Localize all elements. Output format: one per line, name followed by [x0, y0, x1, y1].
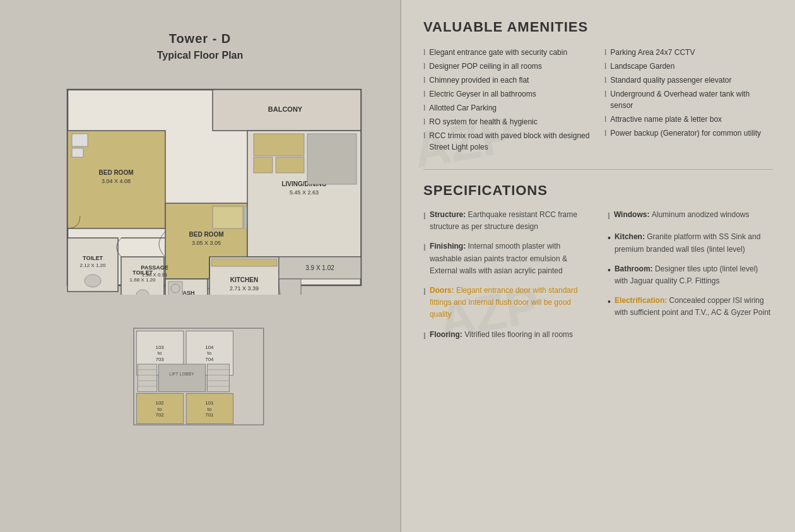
svg-rect-7 [72, 148, 83, 157]
amenity-item: Elegant entrance gate with security cabi… [423, 45, 592, 59]
svg-rect-46 [279, 279, 301, 295]
spec-kitchen: Kitchen: Granite platform with SS Sink a… [608, 231, 773, 255]
svg-text:5.45 X 2.63: 5.45 X 2.63 [290, 189, 319, 196]
spec-bullet [608, 295, 611, 309]
section-divider [423, 169, 773, 170]
svg-text:3.9 X 1.02: 3.9 X 1.02 [305, 264, 334, 271]
amenity-item: Parking Area 24x7 CCTV [604, 45, 773, 59]
svg-rect-27 [211, 259, 277, 266]
svg-rect-66 [207, 364, 229, 392]
svg-rect-11 [213, 206, 243, 228]
spec-label: Kitchen: [615, 232, 647, 241]
spec-label: Doors: [430, 286, 456, 295]
right-panel: AZP AZP VALUABLE AMENITIES Elegant entra… [401, 0, 795, 532]
spec-structure: Structure: Earthquake resistant RCC fram… [423, 209, 589, 233]
spec-bullet [423, 329, 426, 343]
svg-text:3.04 X 4.08: 3.04 X 4.08 [102, 178, 131, 184]
spec-label: Bathroom: [615, 264, 655, 273]
amenity-item: Allotted Car Parking [423, 101, 592, 115]
amenities-col2: Parking Area 24x7 CCTV Landscape Garden … [604, 45, 773, 154]
spec-flooring: Flooring: Vitrified tiles flooring in al… [423, 329, 589, 343]
spec-electrification: Electrification: Concealed copper ISI wi… [608, 295, 773, 319]
svg-text:2.12 X 1.20: 2.12 X 1.20 [80, 263, 106, 268]
svg-text:101: 101 [205, 400, 213, 406]
svg-text:LIFT LOBBY: LIFT LOBBY [169, 372, 194, 376]
spec-bathroom: Bathroom: Designer tiles upto (lintel le… [608, 263, 773, 287]
svg-text:102: 102 [156, 400, 164, 406]
specs-col2: Windows: Aluminum anodized windows Kitch… [608, 209, 773, 343]
svg-text:2.71 X 3.39: 2.71 X 3.39 [230, 285, 259, 292]
amenity-item: Power backup (Generator) for common util… [604, 126, 773, 140]
svg-text:701: 701 [205, 412, 213, 418]
svg-text:KITCHEN: KITCHEN [230, 276, 258, 283]
spec-finishing: Finishing: Internal smooth plaster with … [423, 240, 589, 277]
spec-label: Finishing: [430, 242, 468, 251]
amenity-item: RO system for health & hygienic [423, 115, 592, 129]
amenity-item: Electric Geyser in all bathrooms [423, 87, 592, 101]
svg-rect-18 [276, 157, 304, 173]
svg-text:704: 704 [205, 357, 214, 362]
amenities-title: VALUABLE AMENITIES [423, 19, 773, 35]
spec-bullet [608, 263, 611, 277]
spec-label: Flooring: [430, 330, 464, 339]
svg-text:BED ROOM: BED ROOM [98, 169, 133, 176]
svg-text:703: 703 [156, 357, 165, 362]
spec-label: Electrification: [615, 296, 669, 305]
spec-windows: Windows: Aluminum anodized windows [608, 209, 773, 223]
tower-title: Tower - D [169, 32, 232, 46]
specifications-title: SPECIFICATIONS [423, 182, 773, 199]
svg-rect-17 [254, 157, 273, 173]
svg-rect-59 [158, 364, 205, 392]
spec-label: Structure: [430, 210, 468, 219]
amenity-item: RCC trimix road with paved block with de… [423, 129, 592, 154]
spec-bullet [423, 209, 426, 223]
specifications-grid: Structure: Earthquake resistant RCC fram… [423, 209, 773, 343]
spec-bullet [423, 240, 426, 255]
floor-plan-title: Typical Floor Plan [157, 50, 244, 61]
svg-text:BED ROOM: BED ROOM [189, 231, 223, 238]
svg-text:TOILET: TOILET [83, 255, 103, 261]
svg-text:104: 104 [205, 345, 214, 350]
spec-doors: Doors: Elegant entrance door with standa… [423, 285, 589, 321]
spec-bullet [423, 285, 426, 299]
amenities-col1: Elegant entrance gate with security cabi… [423, 45, 592, 154]
svg-text:to: to [158, 350, 162, 356]
floor-plan-drawing: BALCONY BED ROOM 3.04 X 4.08 BED ROOM 3.… [30, 80, 370, 295]
amenity-item: Underground & Overhead water tank with s… [604, 87, 773, 112]
site-plan-drawing: 103 to 703 104 to 704 LIFT LOBBY [131, 320, 269, 430]
amenity-item: Designer POP ceiling in all rooms [423, 59, 592, 73]
svg-text:to: to [208, 350, 212, 356]
svg-text:702: 702 [156, 412, 164, 418]
amenity-item: Standard quality passenger elevator [604, 73, 773, 87]
svg-text:3.05 X 3.05: 3.05 X 3.05 [192, 240, 221, 246]
svg-text:PASSAGE: PASSAGE [141, 264, 168, 271]
spec-bullet [608, 209, 610, 223]
svg-rect-19 [307, 134, 356, 184]
amenity-item: Chimney provided in each flat [423, 73, 592, 87]
svg-text:1.68 X 1.20: 1.68 X 1.20 [130, 277, 156, 283]
amenities-grid: Elegant entrance gate with security cabi… [423, 45, 773, 154]
svg-rect-16 [254, 134, 304, 156]
spec-text: Aluminum anodized windows [652, 210, 750, 219]
spec-bullet [608, 231, 611, 245]
svg-rect-6 [72, 134, 88, 146]
left-panel: Tower - D Typical Floor Plan BALCONY BED… [0, 0, 400, 532]
spec-label: Windows: [614, 210, 652, 219]
amenity-item: Landscape Garden [604, 59, 773, 73]
amenity-item: Attractive name plate & letter box [604, 112, 773, 126]
svg-text:to: to [208, 406, 212, 412]
spec-text: Vitrified tiles flooring in all rooms [464, 330, 573, 339]
svg-text:103: 103 [156, 345, 165, 350]
svg-rect-61 [138, 364, 157, 392]
specs-col1: Structure: Earthquake resistant RCC fram… [423, 209, 589, 343]
svg-text:BALCONY: BALCONY [268, 105, 303, 113]
svg-point-31 [85, 275, 101, 287]
svg-text:to: to [158, 406, 162, 412]
svg-text:1.98 X 0.91: 1.98 X 0.91 [142, 272, 168, 278]
